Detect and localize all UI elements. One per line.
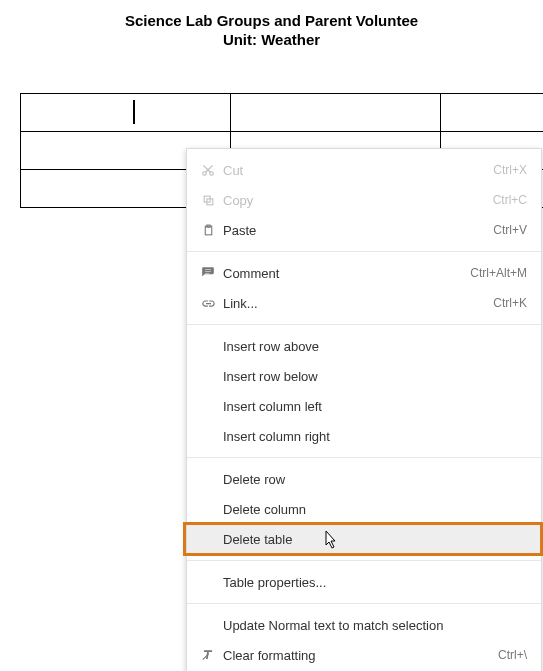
context-menu: Cut Ctrl+X Copy Ctrl+C Paste Ctrl+V Comm… [186, 148, 542, 671]
menu-label: Comment [219, 266, 470, 281]
svg-point-0 [203, 172, 207, 176]
menu-item-paste[interactable]: Paste Ctrl+V [187, 215, 541, 245]
table-cell[interactable] [21, 94, 231, 132]
paste-icon [197, 224, 219, 237]
menu-label: Cut [219, 163, 493, 178]
menu-item-update-normal[interactable]: Update Normal text to match selection [187, 610, 541, 640]
menu-item-insert-column-left[interactable]: Insert column left [187, 391, 541, 421]
menu-item-insert-column-right[interactable]: Insert column right [187, 421, 541, 451]
menu-item-link[interactable]: Link... Ctrl+K [187, 288, 541, 318]
menu-item-cut: Cut Ctrl+X [187, 155, 541, 185]
link-icon [197, 296, 219, 311]
menu-separator [187, 251, 541, 252]
menu-item-delete-column[interactable]: Delete column [187, 494, 541, 524]
menu-shortcut: Ctrl+\ [498, 648, 527, 662]
doc-title-line1: Science Lab Groups and Parent Voluntee [0, 0, 543, 31]
menu-label: Delete row [197, 472, 527, 487]
table-cell[interactable] [441, 94, 544, 132]
menu-separator [187, 457, 541, 458]
menu-label: Insert row below [197, 369, 527, 384]
doc-title-line2: Unit: Weather [0, 31, 543, 48]
comment-icon [197, 266, 219, 280]
menu-label: Delete column [197, 502, 527, 517]
menu-shortcut: Ctrl+X [493, 163, 527, 177]
table-cell[interactable] [231, 94, 441, 132]
menu-item-table-properties[interactable]: Table properties... [187, 567, 541, 597]
menu-item-copy: Copy Ctrl+C [187, 185, 541, 215]
menu-item-delete-row[interactable]: Delete row [187, 464, 541, 494]
menu-item-insert-row-above[interactable]: Insert row above [187, 331, 541, 361]
menu-label: Table properties... [197, 575, 527, 590]
menu-item-clear-formatting[interactable]: Clear formatting Ctrl+\ [187, 640, 541, 670]
menu-label: Delete table [197, 532, 527, 547]
menu-label: Insert column left [197, 399, 527, 414]
menu-separator [187, 603, 541, 604]
menu-item-delete-table[interactable]: Delete table [187, 524, 541, 554]
menu-shortcut: Ctrl+Alt+M [470, 266, 527, 280]
text-caret [133, 100, 135, 124]
clear-formatting-icon [197, 648, 219, 662]
menu-separator [187, 560, 541, 561]
menu-shortcut: Ctrl+K [493, 296, 527, 310]
menu-item-insert-row-below[interactable]: Insert row below [187, 361, 541, 391]
cut-icon [197, 163, 219, 177]
menu-label: Insert column right [197, 429, 527, 444]
svg-point-1 [210, 172, 214, 176]
menu-label: Paste [219, 223, 493, 238]
menu-shortcut: Ctrl+C [493, 193, 527, 207]
menu-label: Copy [219, 193, 493, 208]
copy-icon [197, 194, 219, 207]
menu-shortcut: Ctrl+V [493, 223, 527, 237]
menu-label: Update Normal text to match selection [197, 618, 527, 633]
menu-label: Insert row above [197, 339, 527, 354]
menu-label: Link... [219, 296, 493, 311]
table-row[interactable] [21, 94, 544, 132]
menu-label: Clear formatting [219, 648, 498, 663]
menu-item-comment[interactable]: Comment Ctrl+Alt+M [187, 258, 541, 288]
menu-separator [187, 324, 541, 325]
